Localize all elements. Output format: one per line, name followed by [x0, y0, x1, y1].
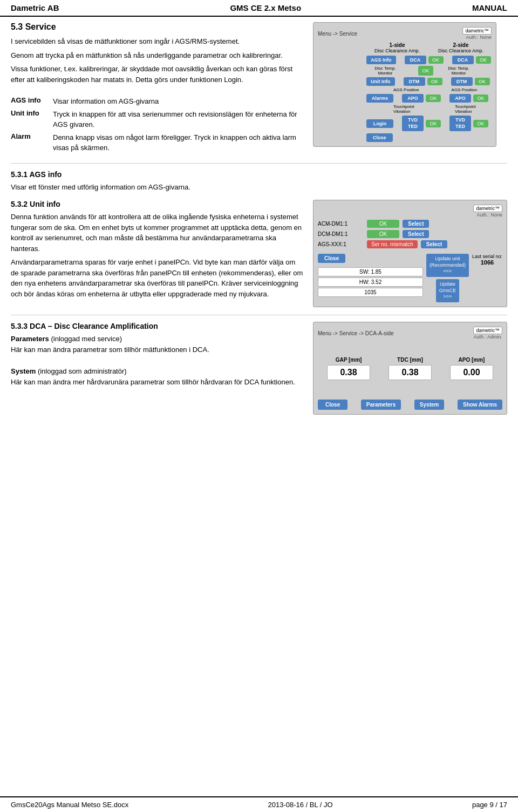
service-row-close: Close: [318, 133, 492, 142]
section-53-text: 5.3 Service I servicebilden så visas de …: [11, 22, 304, 155]
section-533-system: System (inloggad som administratör) Här …: [11, 366, 304, 387]
section-532-para2: Användarparametrarna sparas för varje en…: [11, 257, 304, 299]
section-532-text: 5.3.2 Unit info Denna funktion används f…: [11, 200, 304, 307]
unit-last-serial: Last serial no: 1066: [472, 254, 502, 266]
dca-footer: Close Parameters System Show Alarms: [318, 400, 502, 410]
section-533-heading: 5.3.3 DCA – Disc Clearance Amplification: [11, 322, 304, 330]
dametric-badge: dametric™: [462, 27, 492, 35]
dca-cols-header: GAP [mm] TDC [mm] APO [mm]: [318, 357, 502, 363]
dca-panel-container: Menu -> Service -> DCA-A-side dametric™ …: [313, 322, 507, 415]
dca-dametric-badge: dametric™: [473, 327, 502, 334]
dtm-btn-2[interactable]: DTM: [451, 77, 473, 86]
ok-btn-dtm-1[interactable]: OK: [427, 78, 442, 85]
ok-btn-unit[interactable]: OK: [418, 66, 433, 76]
login-button[interactable]: Login: [366, 119, 393, 128]
def-desc-alarm: Denna knapp visas om något larm föreligg…: [53, 132, 304, 153]
unit-update-recommended-button[interactable]: Update unit(Recommended)<<<: [426, 254, 469, 277]
dca-btn-2[interactable]: DCA: [452, 56, 474, 64]
disc-temp-2: Disc Temp. Monitor: [445, 66, 472, 76]
ags-info-button[interactable]: AGS Info: [366, 56, 396, 64]
params-heading: Parameters: [11, 335, 49, 343]
unit-status-ags: Ser no. mismatch: [367, 240, 418, 248]
dca-parameters-button[interactable]: Parameters: [361, 400, 401, 410]
ags-pos-2: AGS Position: [452, 87, 478, 92]
section-53: 5.3 Service I servicebilden så visas de …: [11, 22, 507, 155]
dca-panel: Menu -> Service -> DCA-A-side dametric™ …: [313, 322, 507, 415]
unit-status-acm: OK: [367, 220, 399, 228]
unit-label-ags: AGS-XXX:1: [318, 241, 364, 247]
dca-panel-header: Menu -> Service -> DCA-A-side dametric™ …: [318, 327, 502, 340]
service-close-button[interactable]: Close: [366, 133, 393, 142]
one-side-sub: Disc Clearance Amp.: [366, 48, 428, 53]
ags-pos-1: AGS Position: [393, 87, 419, 92]
ok-btn-tvd-1[interactable]: OK: [426, 120, 441, 127]
dca-badge-area: dametric™ Auth.: Admin.: [473, 327, 502, 340]
def-alarm: Alarm Denna knapp visas om något larm fö…: [11, 132, 304, 153]
ok-btn-apo-1[interactable]: OK: [426, 94, 441, 102]
unit-bottom-left: Close SW: 1.85 HW: 3.52 1035: [318, 254, 423, 298]
section-53-heading: 5.3 Service: [11, 22, 304, 32]
section-53-para1: I servicebilden så visas de mätfunktione…: [11, 36, 304, 47]
unit-info-button[interactable]: Unit Info: [366, 77, 395, 86]
unit-label-dcm: DCM-DM1:1: [318, 231, 364, 237]
dca-path: Menu -> Service -> DCA-A-side: [318, 330, 394, 336]
ok-btn-dca-2[interactable]: OK: [476, 56, 491, 64]
touchpoint-vib-2: Touchpoint Vibration: [455, 104, 492, 114]
unit-select-dcm[interactable]: Select: [403, 230, 429, 238]
alarms-button[interactable]: Alarms: [366, 94, 393, 103]
unit-bottom: Close SW: 1.85 HW: 3.52 1035 Update unit…: [318, 254, 502, 302]
unit-dametric-badge: dametric™: [473, 205, 502, 212]
dca-col-gap: GAP [mm]: [327, 357, 370, 363]
service-row-ags-info: AGS Info DCA OK DCA OK: [318, 56, 492, 64]
tvd-ted-btn-1[interactable]: TVDTED: [402, 116, 424, 131]
service-panel-header: Menu -> Service dametric™ Auth.: None: [318, 27, 492, 40]
dca-show-alarms-button[interactable]: Show Alarms: [458, 400, 502, 410]
system-sub: (inloggad som administratör): [38, 367, 127, 375]
brand-name: Dametric AB: [11, 3, 59, 12]
document-title: GMS CE 2.x Metso: [230, 3, 301, 12]
page-header: Dametric AB GMS CE 2.x Metso MANUAL: [0, 0, 518, 17]
service-row-alarms: Alarms APO OK APO OK: [318, 94, 492, 103]
dca-close-button[interactable]: Close: [318, 400, 347, 410]
unit-close-button[interactable]: Close: [318, 254, 345, 263]
unit-panel-badge-area: dametric™ Auth.: None: [473, 205, 502, 218]
unit-auth-text: Auth.: None: [473, 212, 502, 218]
unit-last-serial-label: Last serial no:: [472, 254, 502, 259]
dtm-btn-1[interactable]: DTM: [404, 77, 425, 86]
system-desc: Här kan man ändra mer hårdvarunära param…: [11, 378, 295, 386]
dca-values-row: 0.38 0.38 0.00: [318, 365, 502, 380]
def-term-ags-info: AGS info: [11, 96, 49, 107]
section-533-params: Parameters (inloggad med service) Här ka…: [11, 334, 304, 355]
unit-select-ags[interactable]: Select: [421, 240, 447, 248]
section-533-text: 5.3.3 DCA – Disc Clearance Amplification…: [11, 322, 304, 415]
tvd-ted-btn-2[interactable]: TVDTED: [449, 116, 471, 131]
manual-label: MANUAL: [472, 3, 507, 12]
def-term-unit-info: Unit info: [11, 109, 49, 130]
dca-val-apo: 0.00: [450, 365, 493, 380]
unit-row-acm: ACM-DM1:1 OK Select: [318, 220, 502, 228]
section-53-para2: Genom att trycka på en mätfunktion så nå…: [11, 50, 304, 61]
ok-btn-dtm-2[interactable]: OK: [475, 78, 490, 85]
params-desc: Här kan man ändra parametrar som tillhör…: [11, 346, 209, 354]
service-row-login: Login TVDTED OK TVDTED OK: [318, 116, 492, 131]
section-532-para1: Denna funktion används för att kontrolle…: [11, 212, 304, 254]
service-row-unit-info: Unit Info DTM OK DTM OK: [318, 77, 492, 86]
dca-btn-1[interactable]: DCA: [405, 56, 426, 64]
ok-btn-tvd-2[interactable]: OK: [473, 120, 488, 127]
unit-select-acm[interactable]: Select: [403, 220, 429, 228]
system-heading: System: [11, 367, 36, 375]
apo-btn-1[interactable]: APO: [402, 94, 424, 103]
section-532: 5.3.2 Unit info Denna funktion används f…: [11, 200, 507, 307]
dca-auth-text: Auth.: Admin.: [473, 334, 502, 340]
def-term-alarm: Alarm: [11, 132, 49, 153]
unit-update-gmsce-button[interactable]: UpdateGmsCE>>>: [436, 279, 460, 302]
service-panel: Menu -> Service dametric™ Auth.: None 1-…: [313, 22, 496, 147]
dca-col-tdc: TDC [mm]: [388, 357, 432, 363]
ok-btn-apo-2[interactable]: OK: [473, 94, 488, 102]
two-side-sub: Disc Clearance Amp.: [430, 48, 492, 53]
apo-btn-2[interactable]: APO: [449, 94, 471, 103]
dca-system-button[interactable]: System: [414, 400, 445, 410]
footer-page: page 9 / 17: [472, 801, 507, 809]
ok-btn-dca-1[interactable]: OK: [428, 56, 444, 64]
unit-bottom-right: Update unit(Recommended)<<< UpdateGmsCE>…: [426, 254, 469, 302]
